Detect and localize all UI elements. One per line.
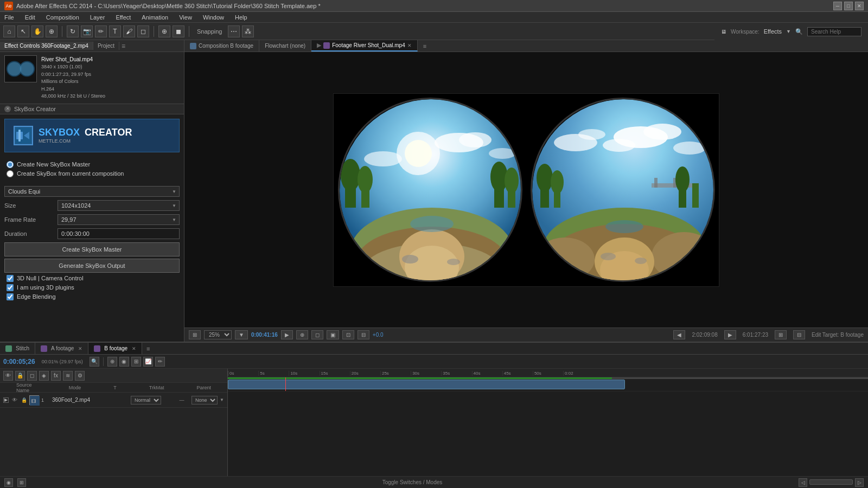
- tab-effect-controls[interactable]: Effect Controls 360Footage_2.mp4: [0, 42, 93, 50]
- snap-options-btn[interactable]: ⁂: [242, 25, 254, 37]
- framerate-select[interactable]: 29,97: [58, 214, 180, 225]
- size-select[interactable]: 1024x1024: [58, 200, 180, 211]
- maximize-btn[interactable]: □: [844, 2, 853, 10]
- workspace-dropdown-icon[interactable]: ▼: [786, 29, 791, 34]
- zoom-tool[interactable]: ⊕: [46, 25, 58, 37]
- tl-zoom-out-btn[interactable]: ◁: [799, 478, 807, 487]
- track-vis-btn-1[interactable]: 👁: [11, 396, 18, 404]
- timeline-zoom-bar[interactable]: [809, 479, 853, 485]
- timeline-tab-a-footage[interactable]: A footage ✕: [35, 343, 88, 354]
- right-panel: Composition B footage Flowchart (none) ▶…: [184, 40, 868, 342]
- viewer-right-info: ◀ 2:02:09:08 ▶ 6:01:27:23 ⊞ ⊟ Edit Targe…: [673, 330, 864, 339]
- tl-zoom-in-btn[interactable]: ▷: [855, 478, 864, 487]
- menu-help[interactable]: Help: [233, 14, 250, 21]
- tl-pen-btn[interactable]: ✏: [155, 357, 165, 367]
- eraser-tool[interactable]: ◻: [137, 25, 149, 37]
- viewer-settings-btn[interactable]: ⊟: [793, 330, 805, 339]
- track-expand-btn-1[interactable]: ▶: [3, 397, 9, 403]
- zoom-select[interactable]: 25%: [204, 330, 232, 339]
- viewer-tab-flowchart[interactable]: Flowchart (none): [259, 40, 311, 52]
- track-bar-1[interactable]: [228, 380, 625, 389]
- viewer-tabs-menu[interactable]: ≡: [420, 43, 430, 49]
- panel-close-btn[interactable]: ✕: [4, 106, 11, 112]
- pointer-tool[interactable]: ↖: [17, 25, 29, 37]
- tl-eye-btn[interactable]: 👁: [3, 371, 13, 381]
- track-trkmatte-col: —: [176, 397, 187, 403]
- generate-skybox-output-btn[interactable]: Generate SkyBox Output: [4, 259, 180, 273]
- title-bar: Ae Adobe After Effects CC 2014 - C:\User…: [0, 0, 868, 12]
- menu-window[interactable]: Window: [201, 14, 226, 21]
- viewer-cache-btn[interactable]: ⊞: [775, 330, 787, 339]
- snap-btn[interactable]: ⋯: [228, 25, 240, 37]
- viewer-btn-3[interactable]: ⊕: [296, 330, 308, 339]
- tl-layer-solo-btn[interactable]: ◉: [119, 357, 129, 367]
- track-lock-btn-1[interactable]: 🔒: [21, 397, 27, 403]
- viewer-nav-prev[interactable]: ◀: [673, 330, 685, 339]
- menu-file[interactable]: File: [2, 14, 16, 21]
- brush-tool[interactable]: 🖌: [123, 25, 135, 37]
- file-thumbnail: [4, 55, 37, 82]
- viewer-btn-2[interactable]: ▼: [235, 330, 248, 339]
- tl-motion-blur-btn[interactable]: ≋: [63, 371, 73, 381]
- search-input[interactable]: [807, 27, 861, 36]
- tl-effects-btn[interactable]: fx: [51, 371, 61, 381]
- tl-adjust-btn[interactable]: ⚙: [75, 371, 85, 381]
- timeline-tabs-menu[interactable]: ≡: [142, 345, 154, 352]
- tl-search-btn[interactable]: 🔍: [90, 357, 99, 367]
- track-parent-select-1[interactable]: None: [192, 396, 218, 404]
- tl-bottom-btn-1[interactable]: ◉: [4, 478, 13, 487]
- b-footage-tab-close[interactable]: ✕: [132, 346, 136, 351]
- checkbox-3d-plugins-input[interactable]: [7, 284, 14, 291]
- viewer-play-btn[interactable]: ▶: [281, 330, 293, 339]
- tl-bottom-btn-2[interactable]: ⊞: [17, 478, 26, 487]
- checkbox-3d-null-input[interactable]: [7, 275, 14, 282]
- minimize-btn[interactable]: ─: [833, 2, 842, 10]
- text-tool[interactable]: T: [109, 25, 121, 37]
- shape-tool[interactable]: ◼: [173, 25, 184, 37]
- tl-quality-btn[interactable]: ◈: [39, 371, 49, 381]
- radio-new-master-input[interactable]: [7, 161, 14, 168]
- svg-point-53: [535, 237, 595, 281]
- timeline-tab-b-footage[interactable]: B footage ✕: [88, 343, 142, 354]
- viewer-tab-footage[interactable]: ▶ Footage River Shot_Dual.mp4 ✕: [311, 40, 418, 52]
- viewer-btn-4[interactable]: ◻: [311, 330, 323, 339]
- viewer-btn-1[interactable]: ⊞: [189, 330, 201, 339]
- menu-layer[interactable]: Layer: [88, 14, 107, 21]
- anchor-tool[interactable]: ⊕: [158, 25, 170, 37]
- rotate-tool[interactable]: ↻: [67, 25, 79, 37]
- tl-new-layer-btn[interactable]: ⊕: [107, 357, 117, 367]
- panel-menu-icon[interactable]: ≡: [122, 42, 125, 50]
- menu-animation[interactable]: Animation: [139, 14, 170, 21]
- viewer-btn-7[interactable]: ⊟: [358, 330, 369, 339]
- close-btn[interactable]: ✕: [855, 2, 864, 10]
- tl-shy-btn[interactable]: ◻: [27, 371, 37, 381]
- track-parent-dropdown-1[interactable]: ▼: [220, 397, 224, 402]
- viewer-btn-5[interactable]: ▣: [327, 330, 339, 339]
- pan-tool[interactable]: ✋: [31, 25, 43, 37]
- create-skybox-master-btn[interactable]: Create SkyBox Master: [4, 242, 180, 256]
- menu-effect[interactable]: Effect: [113, 14, 133, 21]
- tab-project[interactable]: Project: [93, 42, 119, 50]
- menu-edit[interactable]: Edit: [23, 14, 37, 21]
- viewer-nav-next[interactable]: ▶: [724, 330, 736, 339]
- radio-from-comp-input[interactable]: [7, 170, 14, 177]
- tl-frame-btn[interactable]: ⊞: [131, 357, 141, 367]
- tl-lock-btn[interactable]: 🔒: [15, 371, 25, 381]
- playhead[interactable]: [285, 377, 286, 391]
- viewer-btn-6[interactable]: ⊡: [342, 330, 354, 339]
- checkbox-edge-blending-input[interactable]: [7, 293, 14, 300]
- a-footage-tab-close[interactable]: ✕: [78, 346, 82, 351]
- timeline-tab-stitch[interactable]: Stitch: [0, 343, 35, 354]
- home-tool[interactable]: ⌂: [3, 25, 15, 37]
- preset-select[interactable]: Clouds Equi: [4, 186, 180, 197]
- duration-input[interactable]: [58, 228, 180, 239]
- menu-composition[interactable]: Composition: [44, 14, 81, 21]
- track-mode-select-1[interactable]: Normal: [131, 396, 161, 404]
- tl-graph-btn[interactable]: 📈: [143, 357, 153, 367]
- camera-tool[interactable]: 📷: [81, 25, 93, 37]
- svg-point-38: [673, 142, 706, 155]
- footage-tab-close[interactable]: ✕: [407, 43, 412, 48]
- menu-view[interactable]: View: [177, 14, 194, 21]
- pen-tool[interactable]: ✏: [95, 25, 107, 37]
- viewer-tab-composition[interactable]: Composition B footage: [184, 40, 259, 52]
